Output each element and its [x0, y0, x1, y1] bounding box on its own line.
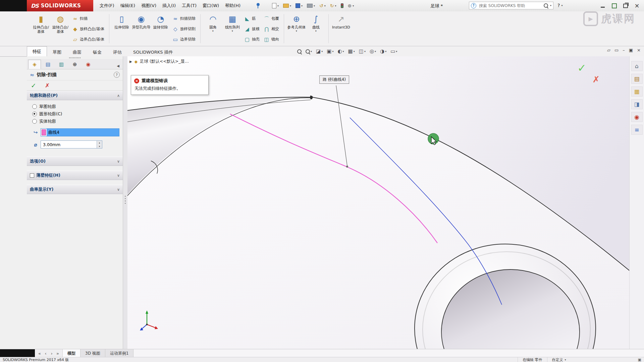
cancel-button[interactable]: ✗ — [45, 82, 50, 89]
curves-button[interactable]: ∫ 曲线 ▾ — [306, 12, 326, 45]
revolve-cut-button[interactable]: ◔ 旋转切除 — [151, 12, 170, 45]
draft-button[interactable]: ◢拔模 — [242, 24, 262, 34]
displaymanager-tab[interactable]: ◉ — [82, 60, 95, 69]
boundary-boss-button[interactable]: ▱边界凸台/基体 — [70, 34, 106, 45]
apply-scene-button[interactable]: ▦▾ — [347, 48, 356, 55]
path-selection-box[interactable]: 曲线4 — [41, 128, 119, 136]
hide-show-items-button[interactable]: ◎▾ — [368, 48, 377, 55]
redo-button[interactable]: ↻▾ — [328, 2, 338, 9]
tree-root-node[interactable]: 足球 (默认<<默认>_显... — [140, 59, 189, 64]
tab-addins[interactable]: SOLIDWORKS 插件 — [127, 48, 179, 56]
propertymanager-tab[interactable]: ◈ — [28, 60, 41, 69]
loft-cut-button[interactable]: ◇放样切割 — [170, 24, 198, 34]
search-input[interactable] — [478, 3, 542, 8]
file-explorer-button[interactable]: ▦ — [631, 86, 643, 97]
close-doc-icon[interactable]: × — [637, 48, 641, 53]
loft-boss-button[interactable]: ◆放样凸台/基体 — [70, 24, 106, 34]
sweep-cut-button[interactable]: ≈扫描切除 — [170, 13, 198, 24]
search-box[interactable]: ? ▾ — [469, 2, 553, 9]
boundary-cut-button[interactable]: ▭边界切除 — [170, 34, 198, 45]
tab-motion-study[interactable]: 运动算例1 — [105, 349, 134, 357]
undo-button[interactable]: ↺▾ — [318, 2, 327, 9]
search-icon[interactable] — [544, 3, 548, 8]
section-view-button[interactable]: ◪▾ — [315, 48, 324, 55]
rebuild-error-dialog[interactable]: × 重建模型错误 无法完成扫描特征操作。 — [131, 75, 209, 95]
group-thin-feature-header[interactable]: 薄壁特征(H) ∨ — [27, 171, 123, 180]
screen-button[interactable]: ▭▾ — [389, 48, 398, 55]
wrap-button[interactable]: ⌒包覆 — [262, 13, 281, 24]
menu-window[interactable]: 窗口(W) — [200, 3, 222, 9]
view-palette-button[interactable]: ◨ — [631, 99, 643, 109]
last-tab-button[interactable]: » — [55, 351, 60, 356]
restore-button[interactable] — [620, 0, 631, 11]
design-library-button[interactable]: ▤ — [631, 74, 643, 84]
rebuild-button[interactable] — [339, 2, 345, 9]
linear-pattern-button[interactable]: ▦ 线性阵列 ▾ — [223, 12, 242, 45]
fillet-button[interactable]: ◠ 圆角 ▾ — [203, 12, 223, 45]
spin-up-button[interactable]: ▴ — [97, 141, 102, 144]
next-tab-button[interactable]: › — [49, 351, 54, 356]
diameter-input[interactable] — [41, 142, 94, 147]
spin-down-button[interactable]: ▾ — [97, 144, 102, 148]
reference-geometry-button[interactable]: ⊕ 参考几何体 ▾ — [287, 12, 306, 45]
tab-surfaces[interactable]: 曲面 — [67, 48, 87, 56]
configurationmanager-tab[interactable]: ▥ — [55, 60, 68, 69]
flyout-arrow-icon[interactable]: ▶ — [129, 60, 132, 63]
caret-icon[interactable]: ▾ — [550, 4, 551, 7]
group-options-header[interactable]: 选项(O) ∨ — [27, 157, 123, 166]
close-button[interactable]: × — [631, 0, 643, 11]
print-button[interactable]: ▾ — [305, 3, 317, 9]
splitter-handle[interactable] — [125, 196, 126, 197]
radio-sketch-profile[interactable]: 草图轮廓 — [32, 103, 119, 110]
confirm-ok-button[interactable]: ✓ — [577, 62, 586, 74]
resources-home-button[interactable]: ⌂ — [631, 61, 643, 71]
tab-evaluate[interactable]: 评估 — [107, 48, 127, 56]
collapse-panel-button[interactable]: ◀ — [115, 63, 121, 69]
confirm-cancel-button[interactable]: ✗ — [592, 74, 600, 84]
panel-grip[interactable] — [27, 56, 123, 59]
menu-help[interactable]: 帮助(H) — [222, 3, 244, 9]
thin-feature-checkbox[interactable] — [30, 173, 34, 178]
feature-tree-flyout[interactable]: ▶ ◆ 足球 (默认<<默认>_显... — [129, 59, 189, 64]
tab-model[interactable]: 模型 — [63, 349, 80, 357]
hole-wizard-button[interactable]: ◉ 异型孔向导 — [131, 12, 151, 45]
pin-menu-icon[interactable] — [256, 3, 260, 8]
menu-file[interactable]: 文件(F) — [97, 3, 117, 9]
first-tab-button[interactable]: « — [37, 351, 42, 356]
menu-insert[interactable]: 插入(I) — [159, 3, 179, 9]
help-menu-button[interactable]: ? ▾ — [557, 3, 562, 8]
revolve-boss-button[interactable]: ◍ 旋转凸台/基体 — [51, 12, 70, 45]
zoom-to-area-button[interactable]: ▾ — [304, 49, 313, 54]
featuremanager-tab[interactable]: ▤ — [42, 60, 54, 69]
model-3d-view[interactable] — [127, 56, 629, 349]
custom-dropdown[interactable]: 自定义 ▾ — [547, 357, 571, 362]
instant3d-button[interactable]: ↗ Instant3D — [331, 12, 351, 45]
shell-button[interactable]: ▢抽壳 — [242, 34, 262, 45]
float-window-icon[interactable]: ▭ — [614, 48, 619, 53]
panel-help-button[interactable]: ? — [114, 72, 120, 78]
display-style-button[interactable]: ◫▾ — [358, 48, 367, 55]
options-button[interactable]: ⊛▾ — [346, 2, 356, 9]
menu-edit[interactable]: 编辑(E) — [117, 3, 138, 9]
menu-view[interactable]: 视图(V) — [138, 3, 159, 9]
minimize-doc-icon[interactable]: – — [623, 48, 625, 53]
selected-path-item[interactable]: 曲线4 — [47, 129, 119, 136]
mirror-button[interactable]: ◫镜向 — [262, 34, 281, 45]
intersect-button[interactable]: ⋂相交 — [262, 24, 281, 34]
panel-splitter[interactable] — [123, 56, 128, 349]
group-profile-path-header[interactable]: 轮廓和路径(P) ∧ — [27, 91, 123, 100]
graphics-area[interactable]: ▶ ◆ 足球 (默认<<默认>_显... × 重建模型错误 无法完成扫描特征操作… — [127, 56, 629, 349]
rib-button[interactable]: ◣筋 — [242, 13, 262, 24]
radio-solid-profile[interactable]: 实体轮廓 — [32, 118, 119, 125]
group-curvature-header[interactable]: 曲率显示(Y) ∨ — [27, 185, 123, 194]
restore-doc-icon[interactable]: ▣ — [629, 48, 633, 53]
menu-tools[interactable]: 工具(T) — [179, 3, 200, 9]
sweep-button[interactable]: ≈扫描 — [70, 13, 106, 24]
minimize-button[interactable] — [597, 0, 608, 11]
dimxpertmanager-tab[interactable]: ⊕ — [68, 60, 81, 69]
radio-circular-profile[interactable]: 圆形轮廓(C) — [32, 110, 119, 118]
tab-sheet-metal[interactable]: 钣金 — [87, 48, 107, 56]
prev-tab-button[interactable]: ‹ — [43, 351, 48, 356]
custom-properties-button[interactable]: ≡ — [631, 125, 643, 135]
new-file-button[interactable]: ▾ — [270, 2, 280, 9]
